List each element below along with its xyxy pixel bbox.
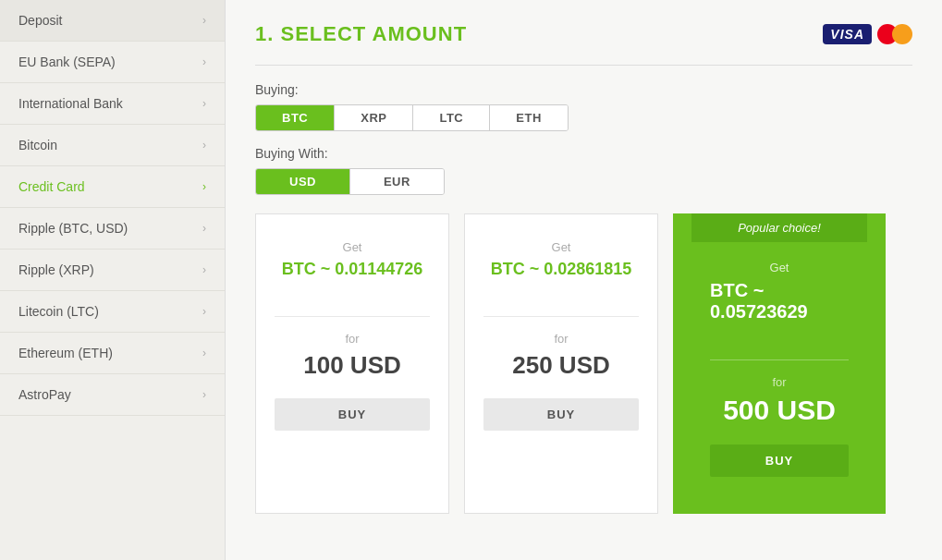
for-label: for (345, 332, 359, 346)
main-header: 1. SELECT AMOUNT VISA (255, 22, 912, 46)
buying-with-label: Buying With: (255, 146, 912, 161)
for-label: for (554, 332, 568, 346)
sidebar-item-label: International Bank (18, 96, 123, 111)
chevron-right-icon: › (202, 263, 206, 276)
buying-toggle-group: BTCXRPLTCETH (255, 104, 569, 131)
price-card-2: Popular choice! Get BTC ~ 0.05723629 for… (673, 213, 886, 514)
visa-logo: VISA (823, 24, 872, 44)
sidebar-item-credit-card[interactable]: Credit Card› (0, 166, 225, 208)
buying-option-eth[interactable]: ETH (490, 105, 568, 130)
section-title: 1. SELECT AMOUNT (255, 22, 467, 46)
currency-option-eur[interactable]: EUR (350, 169, 444, 194)
card-inner: Get BTC ~ 0.05723629 for 500 USD BUY (691, 261, 867, 495)
card-divider (275, 316, 430, 317)
sidebar-item-ripple-btc[interactable]: Ripple (BTC, USD)› (0, 208, 225, 250)
sidebar-item-litecoin[interactable]: Litecoin (LTC)› (0, 291, 225, 333)
main-content: 1. SELECT AMOUNT VISA Buying: BTCXRPLTCE… (226, 0, 942, 560)
get-label: Get (552, 240, 571, 254)
mastercard-logo (877, 22, 912, 46)
sidebar-item-ethereum[interactable]: Ethereum (ETH)› (0, 333, 225, 374)
popular-badge: Popular choice! (691, 213, 867, 242)
sidebar-item-bitcoin[interactable]: Bitcoin› (0, 125, 225, 166)
price-cards-container: Get BTC ~ 0.01144726 for 100 USD BUY Get… (255, 213, 912, 514)
chevron-right-icon: › (202, 139, 206, 152)
chevron-right-icon: › (202, 14, 206, 27)
chevron-right-icon: › (202, 55, 206, 68)
sidebar-item-label: EU Bank (SEPA) (18, 55, 116, 69)
price-card-0: Get BTC ~ 0.01144726 for 100 USD BUY (255, 213, 449, 514)
sidebar-item-label: Ripple (XRP) (18, 262, 94, 277)
sidebar-item-label: Deposit (18, 13, 62, 28)
sidebar-item-label: Ripple (BTC, USD) (18, 221, 128, 236)
buying-label: Buying: (255, 82, 912, 97)
buy-button[interactable]: BUY (483, 398, 639, 431)
chevron-right-icon: › (202, 97, 206, 110)
for-label: for (772, 375, 786, 389)
get-label: Get (770, 261, 789, 274)
usd-value: 250 USD (512, 351, 610, 380)
card-divider (710, 359, 849, 360)
currency-toggle-group: USDEUR (255, 168, 445, 195)
chevron-right-icon: › (202, 347, 206, 359)
price-card-1: Get BTC ~ 0.02861815 for 250 USD BUY (464, 213, 658, 514)
sidebar-item-astropay[interactable]: AstroPay› (0, 374, 225, 416)
btc-value: BTC ~ 0.01144726 (282, 260, 423, 279)
usd-value: 100 USD (303, 351, 401, 380)
buying-option-btc[interactable]: BTC (256, 105, 335, 130)
currency-option-usd[interactable]: USD (256, 169, 350, 194)
sidebar-item-label: Bitcoin (18, 138, 57, 152)
header-divider (255, 65, 912, 66)
chevron-right-icon: › (202, 305, 206, 318)
sidebar-item-label: AstroPay (18, 387, 71, 402)
sidebar-item-eu-bank[interactable]: EU Bank (SEPA)› (0, 42, 225, 83)
sidebar-item-deposit[interactable]: Deposit› (0, 0, 225, 42)
chevron-right-icon: › (202, 222, 206, 235)
buy-button[interactable]: BUY (710, 444, 849, 477)
sidebar: Deposit›EU Bank (SEPA)›International Ban… (0, 0, 226, 560)
sidebar-item-international-bank[interactable]: International Bank› (0, 83, 225, 125)
get-label: Get (343, 240, 362, 254)
card-divider (483, 316, 639, 317)
sidebar-item-ripple-xrp[interactable]: Ripple (XRP)› (0, 250, 225, 291)
btc-value: BTC ~ 0.05723629 (710, 280, 849, 323)
usd-value: 500 USD (723, 395, 836, 426)
buy-button[interactable]: BUY (275, 398, 430, 431)
chevron-right-icon: › (202, 388, 206, 401)
sidebar-item-label: Ethereum (ETH) (18, 346, 113, 360)
btc-value: BTC ~ 0.02861815 (491, 260, 632, 279)
payment-logos: VISA (823, 22, 912, 46)
chevron-right-icon: › (202, 180, 206, 193)
sidebar-item-label: Litecoin (LTC) (18, 304, 99, 319)
buying-option-xrp[interactable]: XRP (335, 105, 413, 130)
buying-option-ltc[interactable]: LTC (413, 105, 490, 130)
sidebar-item-label: Credit Card (18, 179, 85, 194)
